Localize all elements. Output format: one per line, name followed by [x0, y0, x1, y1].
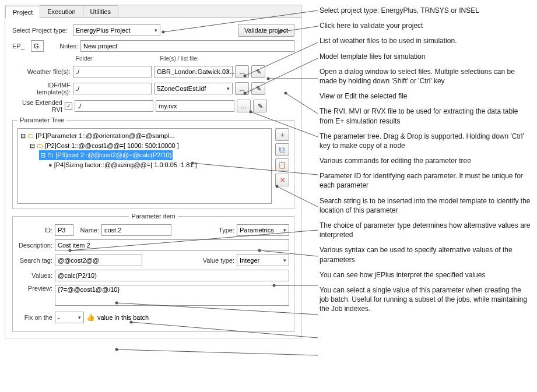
tab-utilities[interactable]: Utilities	[83, 5, 118, 17]
value-type-label: Value type:	[199, 257, 234, 264]
rvi-checkbox[interactable]: ✓	[65, 103, 72, 110]
parameter-item-legend: Parameter item	[129, 213, 177, 220]
fix-value-dropdown[interactable]: -	[55, 312, 84, 323]
annotation: List of weather files to be used in simu…	[320, 36, 531, 45]
weather-label: Weather file(s):	[12, 68, 71, 75]
annotation: The parameter tree. Drag & Drop is suppo…	[320, 132, 531, 150]
rvi-edit-button[interactable]: ✎	[253, 100, 267, 112]
parameter-tree-fieldset: Parameter Tree ⊟ 🗀 [P1]Parameter 1::@@or…	[12, 116, 294, 209]
values-label: Values:	[17, 272, 52, 279]
name-input[interactable]	[101, 224, 171, 236]
thumb-icon: 👍	[86, 313, 95, 322]
project-type-dropdown[interactable]: EnergyPlus Project	[73, 24, 160, 36]
validate-project-button[interactable]: Validate project	[238, 24, 294, 37]
rvi-label: Use Extended RVI	[12, 99, 62, 113]
fix-suffix-label: value in this batch	[97, 314, 149, 321]
weather-file-dropdown[interactable]: GBR_London.Gatwick.03...	[154, 66, 233, 77]
annotation: You can see how jEPlus interpret the spe…	[320, 270, 531, 280]
type-label: Type:	[215, 227, 234, 234]
type-dropdown[interactable]: Parametrics	[237, 224, 289, 236]
tree-delete-button[interactable]: ✕	[275, 174, 289, 186]
value-type-dropdown[interactable]: Integer	[237, 255, 289, 266]
notes-label: Notes:	[46, 43, 78, 50]
id-input[interactable]	[55, 224, 73, 236]
weather-browse-button[interactable]: ...	[235, 65, 249, 78]
annotation: Select project type: EnergyPlus, TRNSYS …	[320, 6, 531, 15]
idf-browse-button[interactable]: ...	[235, 82, 249, 95]
folder-header: Folder:	[76, 55, 157, 62]
svg-line-14	[117, 349, 318, 355]
annotation: Click here to validate your project	[320, 21, 531, 30]
values-input[interactable]	[55, 270, 289, 281]
annotation: Various commands for editing the paramet…	[320, 156, 531, 165]
rvi-folder-input[interactable]	[75, 100, 153, 112]
tree-add-button[interactable]: ＋	[275, 128, 289, 141]
tree-node-p1[interactable]: [P1]Parameter 1::@@orientation@@=@sampl.…	[36, 132, 174, 139]
tab-execution[interactable]: Execution	[40, 5, 83, 17]
tree-node-p3[interactable]: ⊟ 🗀 [P3]cost 2::@@cost2@@=@calc(P2/10)	[39, 150, 173, 160]
folder-icon: 🗀	[27, 132, 34, 139]
annotation: Model template files for simulation	[320, 52, 531, 61]
annotation: Parameter ID for identifying each parame…	[320, 171, 531, 190]
annotation: Open a dialog window to select files. Mu…	[320, 67, 531, 86]
notes-input[interactable]	[80, 40, 294, 52]
fix-on-label: Fix on the	[17, 314, 52, 321]
parameter-item-fieldset: Parameter item ID: Name: Type: Parametri…	[12, 213, 294, 332]
idf-folder-input[interactable]	[73, 83, 152, 94]
weather-edit-button[interactable]: ✎	[251, 65, 265, 78]
svg-point-29	[115, 348, 118, 351]
select-project-type-label: Select Project type:	[12, 27, 71, 34]
annotation: Various syntax can be used to specify al…	[320, 245, 531, 264]
annotation: You can select a single value of this pa…	[320, 285, 531, 314]
project-panel: Project Execution Utilities Select Proje…	[5, 5, 302, 338]
parameter-tree[interactable]: ⊟ 🗀 [P1]Parameter 1::@@orientation@@=@sa…	[17, 128, 272, 204]
id-label: ID:	[17, 227, 52, 234]
description-input[interactable]	[55, 239, 289, 251]
tab-project[interactable]: Project	[5, 6, 40, 18]
annotation: The choice of parameter type determines …	[320, 221, 531, 239]
annotations-column: Select project type: EnergyPlus, TRNSYS …	[302, 0, 537, 338]
search-tag-label: Search tag:	[17, 257, 52, 264]
rvi-browse-button[interactable]: ...	[237, 100, 251, 112]
files-header: File(s) / list file:	[160, 55, 199, 62]
tree-node-p2[interactable]: [P2]Cost 1::@@cost1@@=[ 1000: 500:10000 …	[45, 142, 179, 149]
idf-file-dropdown[interactable]: 5ZoneCostEst.idf	[154, 83, 233, 94]
tree-node-p4[interactable]: [P4]Sizing factor::@@sizing@@=[ 1.0:0.05…	[54, 161, 197, 168]
preview-label: Preview:	[17, 285, 52, 292]
idf-edit-button[interactable]: ✎	[251, 82, 265, 95]
name-label: Name:	[76, 227, 99, 234]
ep-label: EP_	[12, 43, 29, 50]
folder-icon: 🗀	[37, 142, 43, 149]
rvi-file-input[interactable]	[156, 100, 234, 112]
tree-copy-button[interactable]: ⿻	[275, 143, 289, 156]
description-label: Description:	[17, 242, 52, 249]
weather-folder-input[interactable]	[73, 66, 152, 77]
annotation: The RVI, MVI or RVX file to be used for …	[320, 107, 531, 125]
search-tag-input[interactable]	[55, 255, 142, 266]
annotation: Search string is to be inserted into the…	[320, 196, 531, 215]
leaf-icon: ●	[48, 161, 52, 168]
idf-label: IDF/IMF template(s):	[12, 82, 71, 96]
tab-bar: Project Execution Utilities	[5, 5, 301, 18]
annotation: View or Edit the selected file	[320, 91, 531, 101]
preview-output: {?=@@cost1@@/10}	[55, 285, 289, 306]
parameter-tree-legend: Parameter Tree	[17, 116, 66, 123]
ep-input[interactable]	[31, 40, 44, 52]
tree-paste-button[interactable]: 📋	[275, 158, 289, 171]
